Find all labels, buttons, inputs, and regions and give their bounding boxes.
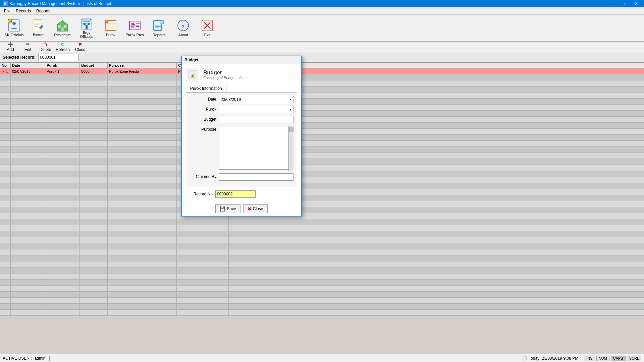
titlebar-close-button[interactable]: ✕ <box>631 0 641 7</box>
empty-row <box>0 249 644 255</box>
empty-cell <box>228 225 644 231</box>
empty-cell <box>0 249 11 255</box>
empty-cell <box>10 117 45 123</box>
empty-cell <box>10 219 45 225</box>
empty-cell <box>107 195 176 201</box>
caps-indicator: CAPS <box>611 356 626 361</box>
record-no-row: Record No <box>186 190 297 198</box>
sk-officials-button[interactable]: SK SK Officials <box>3 16 25 40</box>
empty-row <box>0 261 644 267</box>
brgy-officials-button[interactable]: Brgy Officials <box>75 16 98 40</box>
empty-cell <box>0 105 11 111</box>
claimed-by-label: Claimed By <box>190 173 216 179</box>
menu-file[interactable]: File <box>1 7 13 14</box>
empty-row <box>0 111 644 117</box>
empty-cell <box>107 243 176 249</box>
empty-cell <box>45 255 80 261</box>
purok-select[interactable]: ▼ <box>219 106 293 113</box>
modal-close-button[interactable]: ✖ Close <box>243 204 268 213</box>
save-icon: 💾 <box>220 206 225 212</box>
date-select[interactable]: 23/08/2019 ▼ <box>219 96 293 103</box>
empty-cell <box>80 267 108 274</box>
empty-cell <box>10 304 45 310</box>
budget-input[interactable] <box>219 116 293 123</box>
close-action-label: Close <box>75 47 86 52</box>
reports-button[interactable]: Reports <box>148 16 170 40</box>
cell-date: 02/07/2013 <box>10 68 45 74</box>
blotter-button[interactable]: Blotter <box>27 16 50 40</box>
purpose-scrollbar[interactable] <box>288 126 293 171</box>
empty-row <box>0 74 644 80</box>
svg-rect-14 <box>84 23 86 25</box>
delete-button[interactable]: 🗑 Delete <box>37 42 54 52</box>
empty-cell <box>80 310 108 316</box>
empty-cell <box>10 225 45 231</box>
empty-cell <box>80 195 108 201</box>
empty-cell <box>45 219 80 225</box>
empty-cell <box>0 261 11 267</box>
empty-cell <box>0 280 11 286</box>
empty-cell <box>107 111 176 117</box>
empty-cell <box>80 274 108 280</box>
empty-row <box>0 243 644 249</box>
empty-row <box>0 141 644 147</box>
empty-cell <box>80 74 108 80</box>
empty-cell <box>107 231 176 237</box>
empty-cell <box>107 159 176 165</box>
empty-cell <box>0 80 11 86</box>
empty-cell <box>107 129 176 135</box>
purok-pres-button[interactable]: Purok Pres <box>123 16 146 40</box>
empty-row <box>0 189 644 195</box>
edit-button[interactable]: ✏ Edit <box>19 42 36 52</box>
modal-close-icon: ✖ <box>248 206 252 212</box>
maximize-button[interactable]: □ <box>621 0 631 7</box>
modal-title: Budget <box>184 58 198 62</box>
empty-cell <box>10 123 45 129</box>
claimed-by-input[interactable] <box>219 173 293 181</box>
empty-cell <box>80 213 108 219</box>
empty-cell <box>10 237 45 243</box>
today-value: 23/08/2019 <box>542 356 562 361</box>
exit-icon <box>201 19 214 32</box>
purok-row: Purok ▼ <box>190 106 293 113</box>
menu-records[interactable]: Records <box>13 7 34 14</box>
budget-table: No Date Purok Budget Purpose Claimed By … <box>0 62 644 316</box>
exit-button[interactable]: Exit <box>196 16 219 40</box>
empty-cell <box>45 141 80 147</box>
empty-cell <box>80 292 108 298</box>
empty-cell <box>45 261 80 267</box>
empty-cell <box>0 135 11 141</box>
purok-button[interactable]: P Purok <box>99 16 122 40</box>
empty-cell <box>45 129 80 135</box>
empty-row <box>0 231 644 237</box>
purpose-textarea[interactable] <box>219 126 293 170</box>
table-row[interactable]: ◄ 1 02/07/2013 Purok 1 5000 Purok/Zone F… <box>0 68 644 74</box>
empty-cell <box>0 159 11 165</box>
empty-cell <box>45 207 80 213</box>
add-button[interactable]: ➕ Add <box>2 42 19 52</box>
modal-save-button[interactable]: 💾 Save <box>215 204 240 213</box>
svg-text:P: P <box>106 19 108 23</box>
empty-cell <box>45 298 80 304</box>
svg-text:💰: 💰 <box>190 73 195 78</box>
selected-record-input[interactable] <box>38 54 78 61</box>
empty-cell <box>10 280 45 286</box>
empty-cell <box>45 159 80 165</box>
purok-info-tab[interactable]: Purok Information <box>186 85 226 92</box>
empty-cell <box>45 117 80 123</box>
empty-cell <box>177 225 229 231</box>
refresh-button[interactable]: ↻ Refresh <box>54 42 71 52</box>
empty-cell <box>0 201 11 207</box>
minimize-button[interactable]: ─ <box>610 0 620 7</box>
residents-button[interactable]: Residents <box>51 16 74 40</box>
empty-cell <box>107 117 176 123</box>
menu-reports[interactable]: Reports <box>34 7 53 14</box>
about-button[interactable]: ? About <box>172 16 195 40</box>
empty-cell <box>45 80 80 86</box>
record-no-label: Record No <box>186 192 213 196</box>
empty-cell <box>0 304 11 310</box>
active-user-value: admin <box>35 356 46 361</box>
record-no-input[interactable] <box>215 190 256 198</box>
close-action-button[interactable]: ✖ Close <box>72 42 89 52</box>
empty-cell <box>107 292 176 298</box>
